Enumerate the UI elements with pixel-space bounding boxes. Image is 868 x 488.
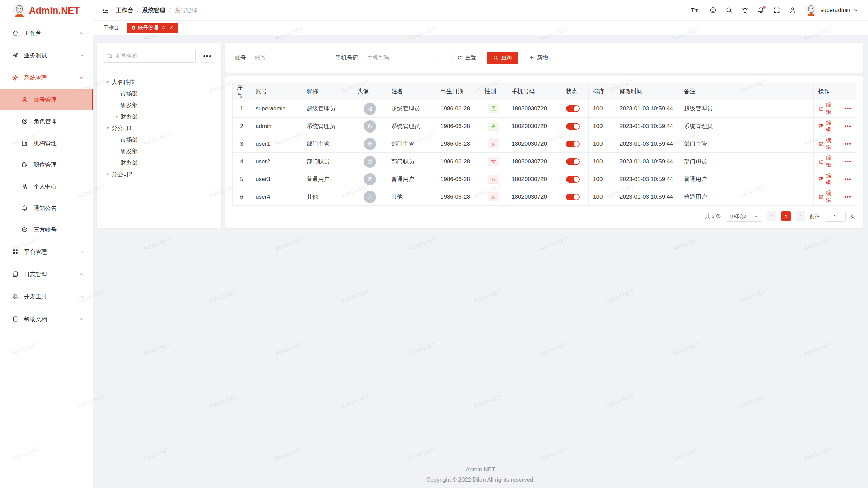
row-more-button[interactable]: •••: [844, 194, 851, 200]
filter-buttons: 重置 查询 新增: [451, 52, 554, 64]
status-toggle[interactable]: [566, 105, 580, 112]
caret-right-icon[interactable]: [104, 172, 112, 176]
caret-down-icon[interactable]: [104, 80, 112, 84]
breadcrumb: 工作台/系统管理/账号管理: [116, 6, 197, 14]
account-input[interactable]: [251, 52, 322, 64]
sidebar-item-help-docs[interactable]: 帮助文档: [0, 308, 93, 330]
row-more-button[interactable]: •••: [844, 141, 851, 147]
tab-label: 工作台: [103, 25, 119, 31]
sidebar-item-log-mgmt[interactable]: 日志管理: [0, 263, 93, 285]
org-search-input[interactable]: [116, 53, 191, 59]
edit-button[interactable]: 编辑: [818, 190, 836, 204]
sidebar-item-org-mgmt[interactable]: 机构管理: [0, 132, 93, 154]
tree-node[interactable]: 分公司2: [100, 168, 218, 180]
edit-button[interactable]: 编辑: [818, 172, 836, 186]
theme-icon[interactable]: [742, 7, 748, 14]
cell-avatar: 部: [353, 153, 387, 170]
tree-node[interactable]: 市场部: [100, 134, 218, 145]
cell-remark: 普通用户: [679, 188, 814, 206]
add-button[interactable]: 新增: [523, 52, 554, 64]
sidebar-item-platform-mgmt[interactable]: 平台管理: [0, 241, 93, 263]
page-number-current[interactable]: 1: [781, 211, 791, 221]
breadcrumb-item[interactable]: 系统管理: [142, 6, 165, 14]
row-more-button[interactable]: •••: [844, 176, 851, 183]
language-icon[interactable]: [710, 7, 716, 14]
cell-action: 编辑•••: [814, 100, 856, 118]
row-more-button[interactable]: •••: [844, 158, 851, 165]
cell-birth: 1986-06-28: [436, 188, 480, 206]
sidebar-item-third-party-account[interactable]: 三方账号: [0, 219, 93, 241]
refresh-tab-icon[interactable]: [161, 25, 166, 30]
table-row: 2admin系统管理员系系统管理员1986-06-28男180200307201…: [233, 118, 856, 135]
row-more-button[interactable]: •••: [844, 105, 851, 112]
sidebar-item-role-mgmt[interactable]: 角色管理: [0, 110, 93, 132]
notification-icon[interactable]: [757, 7, 764, 14]
sidebar-item-label: 个人中心: [34, 183, 84, 190]
goto-page-input[interactable]: [825, 211, 846, 222]
sidebar-item-dev-tools[interactable]: 开发工具: [0, 285, 93, 308]
profile-icon[interactable]: [789, 7, 796, 14]
collapse-sidebar-icon[interactable]: [102, 6, 109, 14]
status-toggle[interactable]: [566, 141, 580, 147]
sidebar-item-business-test[interactable]: 业务测试: [0, 44, 93, 66]
tree-node-label: 分公司2: [112, 170, 132, 178]
tree-node[interactable]: 研发部: [100, 99, 218, 111]
sidebar-item-position-mgmt[interactable]: 职位管理: [0, 154, 93, 176]
tree-node[interactable]: 财务部: [100, 157, 218, 168]
search-button[interactable]: 查询: [487, 52, 518, 64]
sidebar-item-system-mgmt[interactable]: 系统管理: [0, 66, 93, 89]
cell-name: 系统管理员: [387, 118, 436, 135]
tree-more-button[interactable]: •••: [200, 49, 215, 63]
next-page-button[interactable]: [795, 211, 805, 221]
sidebar-item-label: 工作台: [24, 29, 79, 37]
bell-icon: [21, 205, 28, 211]
phone-input[interactable]: [363, 52, 438, 64]
cell-phone: 18020030720: [507, 135, 561, 153]
caret-down-icon[interactable]: [104, 126, 112, 130]
footer-copyright: Copyright © 2022 Dilon All rights reserv…: [93, 476, 868, 483]
tree-node[interactable]: 分公司1: [100, 122, 218, 134]
avatar: 其: [364, 191, 376, 203]
sidebar-item-notice[interactable]: 通知公告: [0, 197, 93, 219]
row-more-button[interactable]: •••: [844, 123, 851, 130]
font-size-icon[interactable]: TT: [691, 7, 701, 14]
search-icon: [107, 53, 113, 59]
phone-label: 手机号码: [335, 54, 358, 62]
user-menu[interactable]: superadmin: [805, 4, 859, 16]
edit-button[interactable]: 编辑: [818, 119, 836, 134]
tab-bar: 工作台账号管理: [93, 21, 868, 35]
edit-button[interactable]: 编辑: [818, 137, 836, 151]
table-row: 1superadmin超级管理员超超级管理员1986-06-28男1802003…: [233, 100, 856, 118]
status-toggle[interactable]: [566, 158, 580, 165]
close-tab-icon[interactable]: [169, 25, 174, 30]
breadcrumb-item[interactable]: 工作台: [116, 6, 133, 14]
edit-button[interactable]: 编辑: [818, 102, 836, 116]
page-size-select[interactable]: 10条/页: [726, 211, 762, 222]
sidebar-item-workbench[interactable]: 工作台: [0, 22, 93, 44]
home-icon: [12, 29, 19, 36]
caret-right-icon[interactable]: [113, 115, 120, 119]
search-icon[interactable]: [726, 7, 732, 14]
tab-account-mgmt[interactable]: 账号管理: [127, 23, 178, 33]
prev-page-button[interactable]: [767, 211, 776, 221]
tree-node[interactable]: 研发部: [100, 145, 218, 157]
tab-workbench[interactable]: 工作台: [99, 23, 123, 33]
sidebar-item-account-mgmt[interactable]: 账号管理: [0, 89, 93, 110]
sidebar-item-personal-center[interactable]: 个人中心: [0, 176, 93, 197]
reset-button[interactable]: 重置: [451, 52, 482, 64]
cell-index: 6: [233, 188, 251, 206]
status-toggle[interactable]: [566, 194, 580, 200]
tree-node[interactable]: 财务部: [100, 111, 218, 122]
tree-node[interactable]: 市场部: [100, 88, 218, 99]
edit-button[interactable]: 编辑: [818, 155, 836, 169]
tree-node[interactable]: 大名科技: [100, 76, 218, 88]
sidebar-item-label: 角色管理: [34, 118, 84, 125]
user-avatar: [805, 4, 817, 16]
org-icon: [21, 140, 28, 146]
fullscreen-icon[interactable]: [773, 7, 780, 14]
chat-icon: [21, 226, 28, 233]
chevron-down-icon: [79, 294, 84, 299]
status-toggle[interactable]: [566, 123, 580, 130]
table-row: 4user2部门职员部部门职员1986-06-28女18020030720100…: [233, 153, 856, 170]
status-toggle[interactable]: [566, 176, 580, 183]
